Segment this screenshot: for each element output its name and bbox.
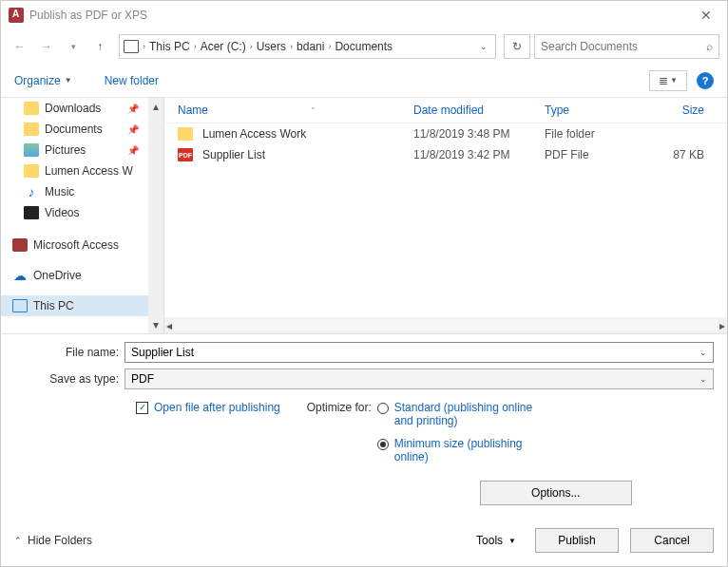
forward-icon[interactable]: → [35,35,58,58]
organize-label: Organize [14,74,61,87]
chevron-right-icon[interactable]: › [290,42,293,51]
sidebar-item-thispc[interactable]: This PC [1,295,163,316]
sidebar-item-msaccess[interactable]: Microsoft Access [1,235,163,255]
new-folder-label: New folder [105,74,159,87]
new-folder-button[interactable]: New folder [105,74,159,87]
radio-standard[interactable]: Standard (publishing online and printing… [377,401,632,427]
optimize-group: Optimize for: Standard (publishing onlin… [307,401,714,505]
address-dropdown-icon[interactable]: ⌄ [476,42,491,51]
video-icon [24,206,39,219]
radio-group: Standard (publishing online and printing… [377,401,632,505]
chevron-right-icon[interactable]: › [328,42,331,51]
sidebar-item-documents[interactable]: Documents 📌 [1,119,163,140]
file-row-folder[interactable]: Lumen Access Work 11/8/2019 3:48 PM File… [164,123,727,144]
file-date: 11/8/2019 3:48 PM [413,127,545,141]
filename-row: File name: Supplier List ⌄ [14,342,714,363]
sidebar-item-videos[interactable]: Videos [1,202,163,223]
sidebar-label: Pictures [45,143,86,157]
sidebar-item-onedrive[interactable]: ☁ OneDrive [1,265,163,286]
sidebar-label: This PC [33,299,74,312]
address-bar[interactable]: › This PC › Acer (C:) › Users › bdani › … [119,34,496,59]
col-type[interactable]: Type [545,104,649,117]
horizontal-scrollbar[interactable]: ◂ ▸ [164,317,727,333]
back-icon[interactable]: ← [9,35,31,58]
sidebar-label: OneDrive [33,269,82,282]
crumb-drive[interactable]: Acer (C:) [199,40,248,53]
sidebar-label: Videos [45,206,79,219]
crumb-users[interactable]: Users [255,40,288,53]
close-icon[interactable]: ✕ [693,8,719,23]
sidebar-label: Lumen Access W [45,164,133,178]
radio-icon [377,439,389,450]
col-name-label: Name [178,104,208,117]
chevron-right-icon[interactable]: › [143,42,145,51]
sidebar-item-downloads[interactable]: Downloads 📌 [1,98,163,119]
optimize-label: Optimize for: [307,401,372,414]
cancel-button[interactable]: Cancel [630,528,714,553]
crumb-documents[interactable]: Documents [333,40,394,53]
open-after-label: Open file after publishing [154,401,280,414]
publish-button[interactable]: Publish [535,528,619,553]
column-headers: Name ⌃ Date modified Type Size [164,98,727,123]
tools-dropdown[interactable]: Tools ▼ [476,534,516,547]
thispc-icon [12,299,28,312]
folder-icon [178,127,193,141]
onedrive-icon: ☁ [12,269,28,282]
col-date[interactable]: Date modified [413,104,545,117]
sidebar-item-music[interactable]: ♪ Music [1,181,163,202]
scroll-up-icon[interactable]: ▴ [153,100,159,113]
window-title: Publish as PDF or XPS [29,9,147,22]
radio-standard-label: Standard (publishing online and printing… [394,401,537,427]
refresh-icon[interactable]: ↻ [504,34,530,59]
access-icon [12,238,28,252]
sidebar-item-lumen[interactable]: Lumen Access W [1,161,163,181]
sidebar-label: Downloads [45,102,101,115]
search-placeholder: Search Documents [541,40,638,53]
saveastype-label: Save as type: [14,372,119,386]
history-dropdown-icon[interactable]: ▾ [62,35,85,58]
crumb-user[interactable]: bdani [295,40,326,53]
chevron-down-icon[interactable]: ⌄ [699,348,707,357]
sidebar-item-pictures[interactable]: Pictures 📌 [1,140,163,161]
options-button[interactable]: Options... [480,481,632,505]
chevron-down-icon[interactable]: ⌄ [699,374,707,384]
file-name: Supplier List [202,148,265,161]
scroll-left-icon[interactable]: ◂ [166,319,172,332]
app-icon [9,8,24,23]
titlebar: Publish as PDF or XPS ✕ [1,1,727,29]
sidebar: Downloads 📌 Documents 📌 Pictures 📌 Lumen… [1,98,164,333]
search-input[interactable]: Search Documents ⌕ [534,34,719,59]
filename-input[interactable]: Supplier List ⌄ [125,342,714,363]
sort-caret-icon: ⌃ [310,106,316,115]
bottom-panel: File name: Supplier List ⌄ Save as type:… [1,333,727,515]
saveastype-dropdown[interactable]: PDF ⌄ [125,369,714,389]
crumb-thispc[interactable]: This PC [147,40,192,53]
file-name: Lumen Access Work [202,127,306,141]
file-row-pdf[interactable]: PDFSupplier List 11/8/2019 3:42 PM PDF F… [164,144,727,165]
col-size[interactable]: Size [649,104,719,117]
radio-minimum[interactable]: Minimum size (publishing online) [377,437,632,463]
organize-button[interactable]: Organize ▼ [14,74,72,87]
folder-icon [24,164,39,178]
col-name[interactable]: Name ⌃ [178,104,413,117]
chevron-right-icon[interactable]: › [194,42,197,51]
tools-label: Tools [476,534,503,547]
file-type: File folder [545,127,649,141]
help-icon[interactable]: ? [697,72,714,89]
scroll-down-icon[interactable]: ▾ [153,318,159,331]
search-icon: ⌕ [706,40,713,53]
open-after-checkbox[interactable]: ✓ Open file after publishing [136,401,280,414]
chevron-right-icon[interactable]: › [250,42,253,51]
pc-icon [124,40,139,53]
scroll-track[interactable] [174,319,718,331]
radio-minimum-label: Minimum size (publishing online) [394,437,537,463]
view-mode-button[interactable]: ≣▼ [649,70,687,91]
filename-value: Supplier List [131,346,194,359]
sidebar-label: Documents [45,123,103,136]
scroll-right-icon[interactable]: ▸ [719,319,725,332]
hide-folders-button[interactable]: ⌃ Hide Folders [14,534,92,547]
up-icon[interactable]: ↑ [88,35,111,58]
sidebar-scrollbar[interactable]: ▴▾ [148,98,163,333]
chevron-down-icon: ▼ [65,76,72,85]
footer: ⌃ Hide Folders Tools ▼ Publish Cancel [1,515,727,566]
